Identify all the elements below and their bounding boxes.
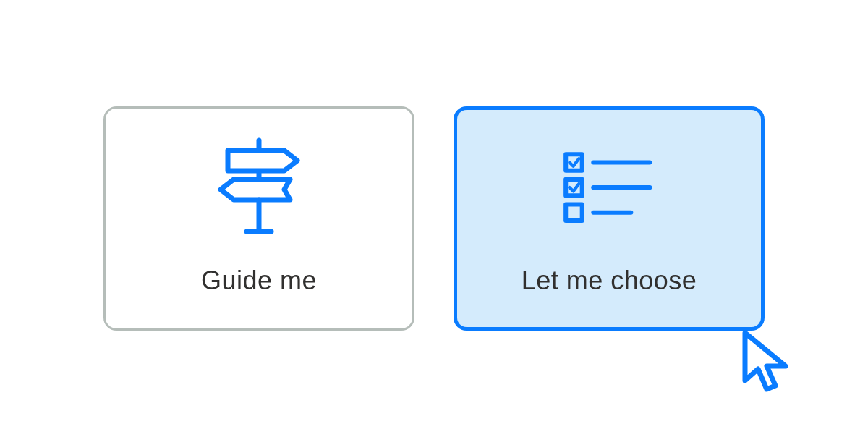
let-me-choose-card[interactable]: Let me choose bbox=[454, 106, 765, 331]
let-me-choose-label: Let me choose bbox=[522, 266, 697, 296]
signpost-icon bbox=[212, 141, 306, 235]
cursor-icon bbox=[738, 328, 796, 394]
guide-me-card[interactable]: Guide me bbox=[103, 106, 414, 331]
option-cards-container: Guide me Let me choose bbox=[103, 106, 765, 331]
guide-me-label: Guide me bbox=[201, 266, 317, 296]
svg-rect-8 bbox=[566, 205, 582, 221]
checklist-icon bbox=[562, 141, 656, 235]
